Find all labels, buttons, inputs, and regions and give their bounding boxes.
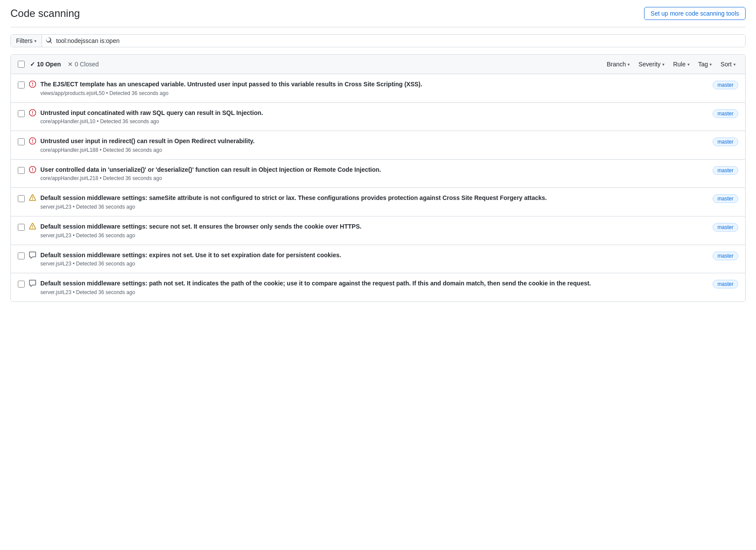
alert-title: Default session middleware settings: sec… [40, 223, 703, 231]
alerts-list: The EJS/ECT template has an unescaped va… [11, 74, 745, 301]
table-row[interactable]: Default session middleware settings: pat… [11, 273, 745, 301]
sort-label: Sort [720, 61, 732, 68]
table-row[interactable]: Default session middleware settings: sam… [11, 188, 745, 216]
alert-title: Untrusted user input in redirect() can r… [40, 137, 703, 146]
tag-dropdown[interactable]: Tag ▾ [696, 59, 715, 69]
alert-title: Untrusted input concatinated with raw SQ… [40, 109, 703, 118]
warning-icon [29, 194, 36, 203]
alert-meta: core/appHandler.js#L10 • Detected 36 sec… [40, 118, 703, 124]
x-icon: ✕ [68, 61, 73, 68]
alert-branch: master [713, 223, 738, 230]
table-row[interactable]: The EJS/ECT template has an unescaped va… [11, 74, 745, 103]
results-header: ✓ 10 Open ✕ 0 Closed Branch ▾ Severity ▾ [11, 55, 745, 74]
rule-label: Rule [673, 61, 686, 68]
table-row[interactable]: Untrusted input concatinated with raw SQ… [11, 103, 745, 131]
severity-dropdown[interactable]: Severity ▾ [636, 59, 667, 69]
open-closed-tabs: ✓ 10 Open ✕ 0 Closed [30, 61, 99, 68]
row-checkbox[interactable] [18, 138, 25, 145]
filters-label: Filters [16, 37, 33, 44]
branch-badge[interactable]: master [713, 81, 738, 89]
branch-badge[interactable]: master [713, 280, 738, 288]
search-icon [42, 37, 56, 45]
filters-button[interactable]: Filters ▾ [11, 35, 42, 47]
branch-badge[interactable]: master [713, 252, 738, 260]
severity-chevron-icon: ▾ [662, 62, 664, 67]
alert-content: User controlled data in 'unserialize()' … [40, 166, 703, 182]
alert-branch: master [713, 81, 738, 88]
alert-branch: master [713, 138, 738, 145]
row-checkbox[interactable] [18, 252, 25, 259]
row-checkbox[interactable] [18, 195, 25, 202]
alert-meta: server.js#L23 • Detected 36 seconds ago [40, 289, 703, 295]
tab-open[interactable]: ✓ 10 Open [30, 61, 61, 68]
results-header-right: Branch ▾ Severity ▾ Rule ▾ Tag ▾ Sort [604, 59, 738, 69]
tag-chevron-icon: ▾ [710, 62, 712, 67]
select-all-checkbox[interactable] [18, 61, 25, 68]
alert-branch: master [713, 110, 738, 117]
page-header: Code scanning Set up more code scanning … [10, 7, 746, 27]
branch-label: Branch [607, 61, 626, 68]
alert-content: Untrusted input concatinated with raw SQ… [40, 109, 703, 125]
alert-title: Default session middleware settings: pat… [40, 279, 703, 288]
alert-content: Default session middleware settings: sam… [40, 194, 703, 210]
severity-label: Severity [638, 61, 661, 68]
branch-badge[interactable]: master [713, 138, 738, 146]
alert-meta: server.js#L23 • Detected 36 seconds ago [40, 204, 703, 210]
row-checkbox[interactable] [18, 82, 25, 88]
filter-bar: Filters ▾ [10, 34, 746, 47]
alert-content: Default session middleware settings: exp… [40, 251, 703, 267]
row-checkbox[interactable] [18, 110, 25, 117]
warning-icon [29, 223, 36, 232]
branch-chevron-icon: ▾ [628, 62, 630, 67]
sort-chevron-icon: ▾ [733, 62, 736, 67]
alert-branch: master [713, 195, 738, 202]
closed-count-label: 0 Closed [75, 61, 99, 68]
error-icon [29, 81, 36, 89]
alert-content: The EJS/ECT template has an unescaped va… [40, 80, 703, 96]
rule-dropdown[interactable]: Rule ▾ [671, 59, 692, 69]
alert-branch: master [713, 280, 738, 287]
alert-meta: views/app/products.ejs#L50 • Detected 36… [40, 90, 703, 96]
branch-badge[interactable]: master [713, 223, 738, 232]
alert-branch: master [713, 252, 738, 259]
alert-title: Default session middleware settings: exp… [40, 251, 703, 260]
alert-content: Untrusted user input in redirect() can r… [40, 137, 703, 153]
row-checkbox[interactable] [18, 224, 25, 231]
error-icon [29, 166, 36, 175]
error-icon [29, 138, 36, 146]
table-row[interactable]: Default session middleware settings: exp… [11, 245, 745, 274]
alert-content: Default session middleware settings: pat… [40, 279, 703, 295]
branch-badge[interactable]: master [713, 109, 738, 118]
table-row[interactable]: Untrusted user input in redirect() can r… [11, 131, 745, 160]
branch-badge[interactable]: master [713, 194, 738, 203]
row-checkbox[interactable] [18, 167, 25, 174]
sort-dropdown[interactable]: Sort ▾ [718, 59, 738, 69]
check-icon: ✓ [30, 61, 35, 68]
results-header-left: ✓ 10 Open ✕ 0 Closed [18, 61, 99, 68]
error-icon [29, 109, 36, 118]
alert-title: Default session middleware settings: sam… [40, 194, 703, 203]
alert-content: Default session middleware settings: sec… [40, 223, 703, 239]
tag-label: Tag [698, 61, 708, 68]
alert-title: User controlled data in 'unserialize()' … [40, 166, 703, 174]
filter-input[interactable] [56, 35, 745, 47]
table-row[interactable]: User controlled data in 'unserialize()' … [11, 160, 745, 188]
branch-badge[interactable]: master [713, 166, 738, 175]
note-icon [29, 280, 36, 288]
alert-meta: server.js#L23 • Detected 36 seconds ago [40, 261, 703, 267]
tab-closed[interactable]: ✕ 0 Closed [68, 61, 99, 68]
alert-meta: server.js#L23 • Detected 36 seconds ago [40, 232, 703, 239]
open-count-label: 10 Open [37, 61, 61, 68]
alert-meta: core/appHandler.js#L188 • Detected 36 se… [40, 147, 703, 153]
alert-branch: master [713, 167, 738, 174]
setup-scanning-button[interactable]: Set up more code scanning tools [644, 7, 746, 20]
branch-dropdown[interactable]: Branch ▾ [604, 59, 632, 69]
table-row[interactable]: Default session middleware settings: sec… [11, 216, 745, 245]
alert-meta: core/appHandler.js#L218 • Detected 36 se… [40, 175, 703, 181]
page-title: Code scanning [10, 7, 80, 20]
alert-title: The EJS/ECT template has an unescaped va… [40, 80, 703, 89]
row-checkbox[interactable] [18, 281, 25, 288]
rule-chevron-icon: ▾ [687, 62, 690, 67]
filters-chevron-icon: ▾ [34, 39, 36, 43]
results-container: ✓ 10 Open ✕ 0 Closed Branch ▾ Severity ▾ [10, 54, 746, 302]
